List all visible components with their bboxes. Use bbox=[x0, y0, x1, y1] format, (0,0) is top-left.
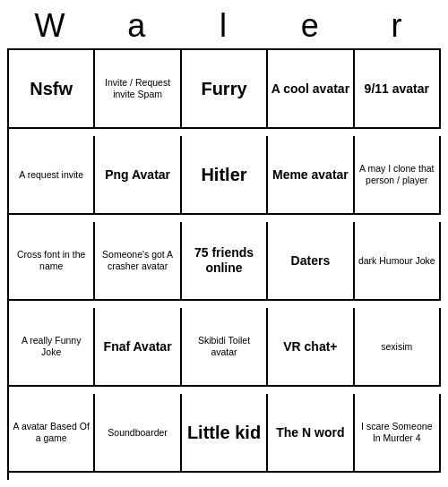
cell-0-2: Furry bbox=[182, 50, 268, 129]
cell-0-4: 9/11 avatar bbox=[355, 50, 441, 129]
cell-3-3: VR chat+ bbox=[268, 308, 354, 387]
title-letter-e: e bbox=[267, 7, 354, 45]
cell-3-0: A really Funny Joke bbox=[9, 308, 95, 387]
cell-3-4: sexisim bbox=[355, 308, 441, 387]
cell-1-3: Meme avatar bbox=[268, 136, 354, 215]
cell-4-0: A avatar Based Of a game bbox=[9, 394, 95, 473]
cell-1-4: A may I clone that person / player bbox=[355, 136, 441, 215]
cell-2-1: Someone's got A crasher avatar bbox=[95, 222, 181, 301]
cell-3-1: Fnaf Avatar bbox=[95, 308, 181, 387]
title-letter-a: a bbox=[94, 7, 181, 45]
cell-1-0: A request invite bbox=[9, 136, 95, 215]
cell-1-2: Hitler bbox=[182, 136, 268, 215]
bingo-title: W a l e r bbox=[7, 7, 441, 45]
cell-4-3: The N word bbox=[268, 394, 354, 473]
cell-0-3: A cool avatar bbox=[268, 50, 354, 129]
cell-2-4: dark Humour Joke bbox=[355, 222, 441, 301]
cell-0-0: Nsfw bbox=[9, 50, 95, 129]
cell-3-2: Skibidi Toilet avatar bbox=[182, 308, 268, 387]
title-letter-w: W bbox=[7, 7, 94, 45]
title-letter-l: l bbox=[181, 7, 268, 45]
cell-0-1: Invite / Request invite Spam bbox=[95, 50, 181, 129]
bingo-grid: NsfwInvite / Request invite SpamFurryA c… bbox=[7, 48, 441, 480]
cell-4-2: Little kid bbox=[182, 394, 268, 473]
cell-4-4: I scare Someone In Murder 4 bbox=[355, 394, 441, 473]
cell-2-3: Daters bbox=[268, 222, 354, 301]
cell-2-0: Cross font in the name bbox=[9, 222, 95, 301]
title-letter-r: r bbox=[354, 7, 441, 45]
cell-1-1: Png Avatar bbox=[95, 136, 181, 215]
cell-4-1: Soundboarder bbox=[95, 394, 181, 473]
cell-2-2: 75 friends online bbox=[182, 222, 268, 301]
